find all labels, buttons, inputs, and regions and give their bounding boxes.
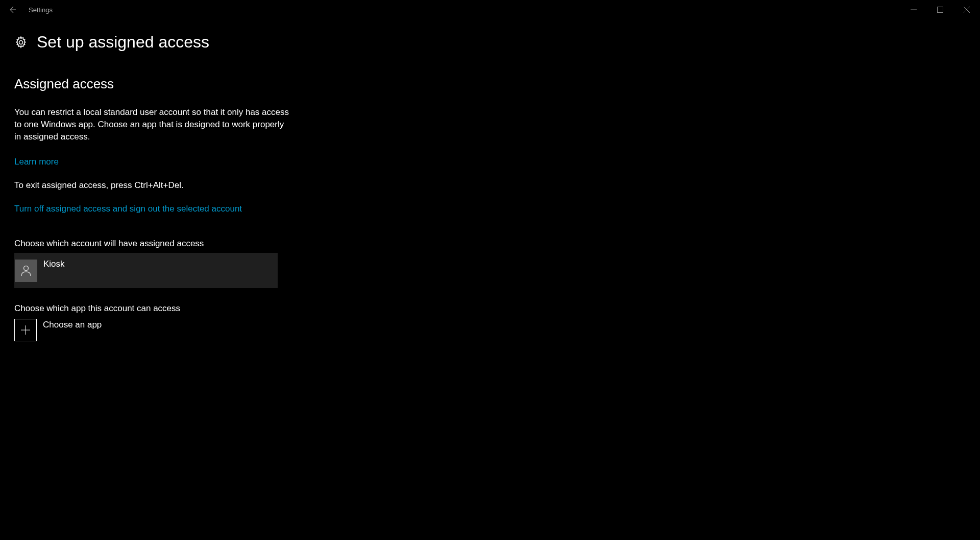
choose-app-label: Choose which app this account can access (14, 303, 290, 314)
section-heading: Assigned access (14, 76, 290, 92)
minimize-button[interactable] (900, 0, 927, 19)
window-title: Settings (29, 6, 53, 14)
maximize-icon (937, 7, 943, 13)
gear-icon (14, 36, 28, 49)
svg-rect-0 (938, 7, 943, 13)
account-name: Kiosk (43, 259, 65, 269)
description-text: You can restrict a local standard user a… (14, 106, 290, 143)
turn-off-link[interactable]: Turn off assigned access and sign out th… (14, 204, 242, 214)
main-content: Assigned access You can restrict a local… (14, 52, 290, 341)
account-row[interactable]: Kiosk (14, 253, 278, 288)
content-area: Set up assigned access Assigned access Y… (0, 33, 980, 341)
exit-instruction-text: To exit assigned access, press Ctrl+Alt+… (14, 180, 290, 191)
close-button[interactable] (953, 0, 980, 19)
arrow-left-icon (8, 6, 16, 14)
maximize-button[interactable] (927, 0, 953, 19)
choose-app-label-text: Choose an app (43, 320, 102, 330)
page-header: Set up assigned access (14, 33, 966, 52)
person-icon (20, 265, 32, 277)
svg-point-1 (19, 40, 23, 44)
plus-icon (20, 325, 31, 335)
page-title: Set up assigned access (37, 33, 209, 52)
back-button[interactable] (0, 0, 24, 19)
titlebar-controls (900, 0, 980, 19)
close-icon (964, 7, 970, 13)
choose-account-label: Choose which account will have assigned … (14, 239, 290, 249)
titlebar-left: Settings (0, 0, 53, 19)
app-icon-box (14, 319, 37, 341)
titlebar: Settings (0, 0, 980, 19)
minimize-icon (911, 7, 917, 13)
svg-point-2 (24, 266, 29, 270)
choose-app-button[interactable]: Choose an app (14, 319, 278, 341)
account-avatar (15, 260, 37, 282)
learn-more-link[interactable]: Learn more (14, 157, 59, 167)
